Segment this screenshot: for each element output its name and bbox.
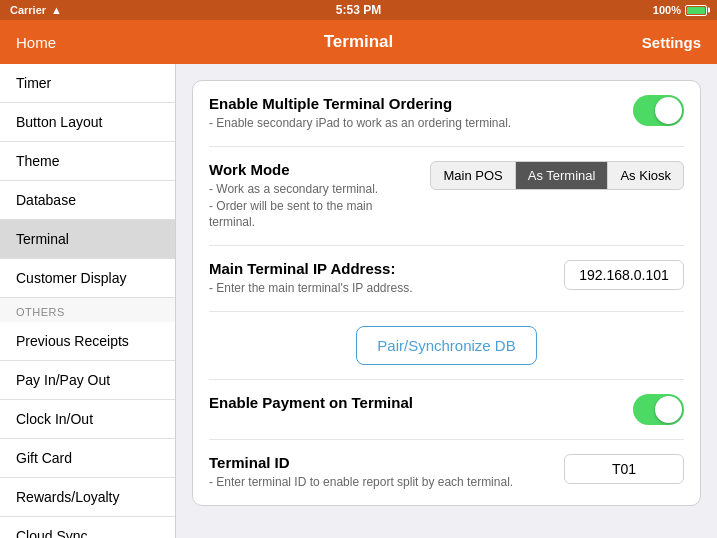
content-area: Enable Multiple Terminal Ordering - Enab… <box>176 64 717 538</box>
settings-button[interactable]: Settings <box>642 34 701 51</box>
toggle-thumb-2 <box>655 396 682 423</box>
main-terminal-ip-input[interactable] <box>564 260 684 290</box>
main-terminal-ip-subtitle: - Enter the main terminal's IP address. <box>209 280 548 297</box>
terminal-id-subtitle: - Enter terminal ID to enable report spl… <box>209 474 548 491</box>
battery-fill <box>687 7 705 14</box>
battery-icon <box>685 5 707 16</box>
sidebar: Timer Button Layout Theme Database Termi… <box>0 64 176 538</box>
seg-main-pos[interactable]: Main POS <box>431 162 515 189</box>
enable-multiple-terminal-title: Enable Multiple Terminal Ordering <box>209 95 617 112</box>
seg-as-kiosk[interactable]: As Kiosk <box>608 162 683 189</box>
sidebar-item-cloud-sync[interactable]: Cloud Sync <box>0 517 175 538</box>
sidebar-item-previous-receipts[interactable]: Previous Receipts <box>0 322 175 361</box>
status-bar: Carrier ▲ 5:53 PM 100% <box>0 0 717 20</box>
wifi-icon: ▲ <box>51 4 62 16</box>
sidebar-item-clock-in-out[interactable]: Clock In/Out <box>0 400 175 439</box>
terminal-id-input[interactable] <box>564 454 684 484</box>
main-terminal-ip-row: Main Terminal IP Address: - Enter the ma… <box>209 246 684 312</box>
enable-multiple-terminal-toggle[interactable] <box>633 95 684 126</box>
pair-synchronize-button[interactable]: Pair/Synchronize DB <box>356 326 536 365</box>
sidebar-item-rewards-loyalty[interactable]: Rewards/Loyalty <box>0 478 175 517</box>
main-layout: Timer Button Layout Theme Database Termi… <box>0 64 717 538</box>
terminal-id-title: Terminal ID <box>209 454 548 471</box>
work-mode-subtitle: - Work as a secondary terminal.- Order w… <box>209 181 414 231</box>
toggle-thumb <box>655 97 682 124</box>
carrier-label: Carrier <box>10 4 46 16</box>
status-time: 5:53 PM <box>336 3 381 17</box>
enable-multiple-terminal-subtitle: - Enable secondary iPad to work as an or… <box>209 115 617 132</box>
battery-percent: 100% <box>653 4 681 16</box>
enable-payment-toggle[interactable] <box>633 394 684 425</box>
work-mode-segmented: Main POS As Terminal As Kiosk <box>430 161 684 190</box>
terminal-id-row: Terminal ID - Enter terminal ID to enabl… <box>209 440 684 505</box>
pair-synchronize-row: Pair/Synchronize DB <box>209 312 684 380</box>
seg-as-terminal[interactable]: As Terminal <box>516 162 609 189</box>
sidebar-item-database[interactable]: Database <box>0 181 175 220</box>
sidebar-item-gift-card[interactable]: Gift Card <box>0 439 175 478</box>
work-mode-row: Work Mode - Work as a secondary terminal… <box>209 147 684 246</box>
nav-bar: Home Settings Terminal <box>0 20 717 64</box>
enable-payment-title: Enable Payment on Terminal <box>209 394 617 411</box>
enable-multiple-terminal-row: Enable Multiple Terminal Ordering - Enab… <box>209 81 684 147</box>
nav-title: Terminal <box>324 32 394 52</box>
others-section-label: OTHERS <box>0 298 175 322</box>
enable-payment-row: Enable Payment on Terminal <box>209 380 684 440</box>
status-right: 100% <box>653 4 707 16</box>
sidebar-item-button-layout[interactable]: Button Layout <box>0 103 175 142</box>
sidebar-item-pay-in-pay-out[interactable]: Pay In/Pay Out <box>0 361 175 400</box>
sidebar-item-theme[interactable]: Theme <box>0 142 175 181</box>
status-left: Carrier ▲ <box>10 4 62 16</box>
sidebar-item-customer-display[interactable]: Customer Display <box>0 259 175 298</box>
sidebar-item-timer[interactable]: Timer <box>0 64 175 103</box>
main-terminal-ip-title: Main Terminal IP Address: <box>209 260 548 277</box>
home-button[interactable]: Home <box>16 34 56 51</box>
sidebar-item-terminal[interactable]: Terminal <box>0 220 175 259</box>
settings-card: Enable Multiple Terminal Ordering - Enab… <box>192 80 701 506</box>
work-mode-title: Work Mode <box>209 161 414 178</box>
